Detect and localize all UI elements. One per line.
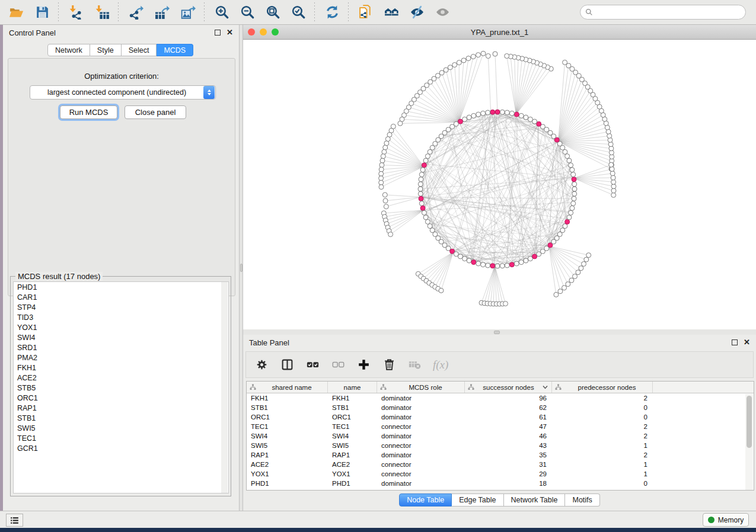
mcds-result-item[interactable]: PHD1 (14, 282, 228, 292)
zoom-fit-icon[interactable] (264, 4, 282, 21)
mcds-result-list[interactable]: PHD1CAR1STP4TID3YOX1SWI4SRD1PMA2FKH1ACE2… (13, 281, 229, 493)
mcds-result-item[interactable]: YOX1 (14, 322, 228, 332)
cell-shared-name: YOX1 (247, 470, 328, 477)
cell-predecessor-nodes: 0 (552, 404, 653, 411)
close-table-panel-icon[interactable]: ✕ (744, 339, 750, 345)
mcds-result-item[interactable]: STP4 (14, 302, 228, 312)
show-all-icon[interactable] (433, 4, 451, 21)
mcds-result-item[interactable]: PMA2 (14, 352, 228, 363)
memory-button[interactable]: Memory (703, 513, 749, 527)
table-scrollbar[interactable] (745, 394, 753, 490)
vertical-splitter[interactable] (239, 25, 243, 511)
node-table[interactable]: shared namenameMCDS rolesuccessor nodesp… (246, 381, 754, 491)
table-tab-network-table[interactable]: Network Table (504, 493, 566, 507)
node-table-rows: FKH1FKH1dominator962STB1STB1dominator620… (247, 393, 754, 488)
zoom-in-icon[interactable] (213, 4, 231, 21)
tab-select[interactable]: Select (122, 44, 157, 56)
optimization-criterion-select[interactable]: largest connected component (undirected) (30, 85, 216, 100)
import-network-icon[interactable] (67, 4, 85, 21)
float-panel-icon[interactable] (215, 30, 221, 36)
export-network-icon[interactable] (127, 4, 145, 21)
column-header-shared-name[interactable]: shared name (247, 382, 328, 393)
table-row[interactable]: SWI4SWI4dominator462 (247, 431, 754, 441)
mcds-result-item[interactable]: SWI5 (14, 423, 228, 433)
export-image-icon[interactable] (179, 4, 197, 21)
table-row[interactable]: PHD1PHD1dominator180 (247, 479, 754, 488)
search-input[interactable] (593, 7, 745, 18)
run-mcds-button[interactable]: Run MCDS (60, 105, 117, 119)
table-row[interactable]: RAP1RAP1dominator352 (247, 450, 754, 460)
open-file-icon[interactable] (7, 4, 25, 21)
hide-selected-icon[interactable] (408, 4, 426, 21)
mcds-result-item[interactable]: TID3 (14, 312, 228, 322)
zoom-out-icon[interactable] (238, 4, 256, 21)
mcds-result-item[interactable]: TEC1 (14, 433, 228, 443)
delete-row-icon[interactable] (382, 358, 396, 372)
function-builder-icon[interactable]: f(x) (433, 358, 448, 371)
table-row[interactable]: FKH1FKH1dominator962 (247, 393, 754, 403)
table-row[interactable]: ACE2ACE2connector311 (247, 460, 754, 469)
cell-MCDS-role: dominator (377, 395, 465, 402)
horizontal-splitter[interactable] (243, 329, 756, 335)
mcds-result-item[interactable]: RAP1 (14, 403, 228, 413)
mcds-result-item[interactable]: SWI4 (14, 332, 228, 342)
table-row[interactable]: YOX1YOX1connector291 (247, 469, 754, 479)
horizontal-splitter-handle[interactable] (494, 331, 500, 334)
save-session-icon[interactable] (33, 4, 51, 21)
task-history-button[interactable] (6, 514, 23, 527)
tab-style[interactable]: Style (90, 44, 122, 56)
close-panel-button[interactable]: Close panel (125, 105, 186, 119)
toolbar-separator (314, 2, 315, 23)
table-tab-node-table[interactable]: Node Table (399, 493, 452, 507)
column-header-name[interactable]: name (328, 382, 377, 393)
network-from-selection-icon[interactable] (357, 4, 375, 21)
close-panel-icon[interactable]: ✕ (227, 30, 233, 36)
table-panel-tabs: Node TableEdge TableNetwork TableMotifs (243, 493, 756, 507)
float-table-panel-icon[interactable] (732, 339, 738, 345)
vertical-splitter-handle[interactable] (240, 264, 243, 272)
mcds-result-item[interactable]: SRD1 (14, 342, 228, 352)
network-canvas[interactable] (243, 40, 756, 329)
column-header-successor-nodes[interactable]: successor nodes (465, 382, 552, 393)
column-header-predecessor-nodes[interactable]: predecessor nodes (552, 382, 653, 393)
network-overview-icon[interactable] (382, 4, 400, 21)
tab-mcds[interactable]: MCDS (157, 44, 193, 56)
mcds-result-item[interactable]: STB5 (14, 383, 228, 393)
cell-name: PHD1 (328, 480, 377, 487)
cell-predecessor-nodes: 2 (552, 395, 653, 402)
search-box[interactable] (580, 5, 746, 20)
mcds-result-item[interactable]: ACE2 (14, 373, 228, 383)
table-row[interactable]: ORC1ORC1dominator610 (247, 412, 754, 422)
column-header-MCDS-role[interactable]: MCDS role (377, 382, 465, 393)
cell-shared-name: SWI4 (247, 432, 328, 440)
table-tab-motifs[interactable]: Motifs (565, 493, 599, 507)
add-row-icon[interactable] (356, 358, 371, 372)
mcds-result-item[interactable]: STB1 (14, 413, 228, 423)
toolbar-separator (118, 2, 119, 23)
mcds-result-item[interactable]: CAR1 (14, 292, 228, 302)
export-table-icon[interactable] (153, 4, 171, 21)
import-table-icon[interactable] (93, 4, 111, 21)
apply-layout-icon[interactable] (323, 4, 341, 21)
cell-shared-name: PHD1 (247, 480, 328, 487)
zoom-selected-icon[interactable] (289, 4, 307, 21)
cell-name: TEC1 (328, 423, 377, 430)
deselect-all-icon[interactable] (331, 358, 345, 372)
select-all-icon[interactable] (305, 358, 320, 372)
table-tab-edge-table[interactable]: Edge Table (452, 493, 503, 507)
delete-table-icon[interactable] (407, 358, 422, 372)
table-row[interactable]: SWI5SWI5connector431 (247, 441, 754, 450)
mcds-list-scrollbar[interactable] (221, 282, 228, 493)
table-panel-title: Table Panel (249, 338, 289, 347)
network-graph (243, 40, 756, 329)
network-window-titlebar[interactable]: YPA_prune.txt_1 (243, 25, 756, 40)
table-row[interactable]: STB1STB1dominator620 (247, 403, 754, 412)
table-scrollbar-thumb[interactable] (747, 396, 752, 448)
table-row[interactable]: TEC1TEC1connector472 (247, 422, 754, 431)
mcds-result-item[interactable]: GCR1 (14, 443, 228, 453)
show-columns-icon[interactable] (280, 358, 294, 372)
mcds-result-item[interactable]: ORC1 (14, 393, 228, 403)
tab-network[interactable]: Network (47, 44, 90, 56)
table-settings-icon[interactable] (254, 358, 269, 372)
mcds-result-item[interactable]: FKH1 (14, 363, 228, 373)
